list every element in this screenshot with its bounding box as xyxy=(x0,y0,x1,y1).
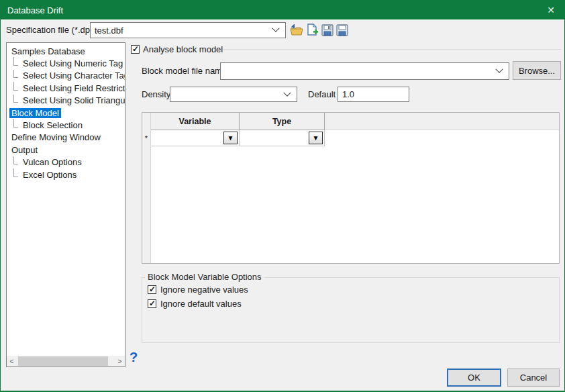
tree-item-label: Excel Options xyxy=(21,170,79,180)
ignore-default-values-label: Ignore default values xyxy=(160,299,242,309)
tree-item-label: Define Moving Window xyxy=(9,132,103,142)
settings-tree: Samples DatabaseSelect Using Numeric Tag… xyxy=(7,45,125,181)
tree-connector xyxy=(13,82,18,91)
spec-file-combobox[interactable]: test.dbf xyxy=(90,22,286,38)
tree-connector xyxy=(13,70,18,79)
tree-item-label: Block Model xyxy=(9,108,61,118)
tree-item-label: Block Selection xyxy=(21,120,85,130)
tree-item-block-selection[interactable]: Block Selection xyxy=(7,119,125,131)
chevron-down-icon xyxy=(272,25,279,32)
block-model-file-combobox[interactable] xyxy=(220,62,509,80)
column-header-variable: Variable xyxy=(151,113,240,130)
density-label: Density xyxy=(142,87,170,102)
group-divider xyxy=(223,49,561,50)
tree-item-label: Select Using Numeric Tag xyxy=(21,58,125,68)
tree-item-label: Samples Database xyxy=(9,46,87,56)
block-model-variable-options-group: Block Model Variable Options Ignore nega… xyxy=(142,277,560,343)
analyse-block-model-label: Analyse block model xyxy=(143,44,223,54)
type-cell[interactable]: ▼ xyxy=(240,130,325,146)
spec-file-value: test.dbf xyxy=(91,26,273,36)
analyse-block-model-checkbox[interactable] xyxy=(131,45,140,54)
scroll-right-icon[interactable]: > xyxy=(115,356,125,366)
new-file-icon[interactable] xyxy=(305,23,320,38)
type-dropdown-icon[interactable]: ▼ xyxy=(309,132,323,144)
block-model-file-label: Block model file name xyxy=(142,62,227,80)
ok-button[interactable]: OK xyxy=(447,369,501,387)
scrollbar-track[interactable] xyxy=(17,356,115,366)
tree-item-define-moving-window[interactable]: Define Moving Window xyxy=(7,132,125,144)
default-density-input[interactable]: 1.0 xyxy=(338,87,409,102)
tree-connector xyxy=(13,95,18,103)
tree-item-label: Select Using Character Tag xyxy=(21,70,125,81)
ignore-negative-values-label: Ignore negative values xyxy=(160,285,248,295)
new-row-marker: * xyxy=(142,130,151,146)
tree-connector xyxy=(13,57,18,66)
tree-horizontal-scrollbar[interactable]: < > xyxy=(7,356,125,366)
scroll-left-icon[interactable]: < xyxy=(7,356,17,366)
tree-connector xyxy=(13,156,18,165)
tree-item-vulcan-options[interactable]: Vulcan Options xyxy=(7,156,125,168)
tree-item-select-using-character-tag[interactable]: Select Using Character Tag xyxy=(7,70,125,82)
tree-item-select-using-numeric-tag[interactable]: Select Using Numeric Tag xyxy=(7,57,125,69)
database-drift-dialog: Database Drift ✕ Specification file (*.d… xyxy=(0,0,565,392)
save-icon[interactable] xyxy=(320,23,335,38)
window-title: Database Drift xyxy=(1,5,63,15)
tree-item-block-model[interactable]: Block Model xyxy=(7,107,125,119)
chevron-down-icon xyxy=(283,89,291,96)
default-label: Default xyxy=(308,87,336,102)
spec-file-label: Specification file (*.dpf) xyxy=(6,22,95,38)
titlebar: Database Drift ✕ xyxy=(1,1,564,19)
tree-item-select-using-solid-triangulation[interactable]: Select Using Solid Triangulation xyxy=(7,95,125,107)
cancel-button[interactable]: Cancel xyxy=(507,369,560,387)
variable-dropdown-icon[interactable]: ▼ xyxy=(223,132,238,144)
tree-item-samples-database[interactable]: Samples Database xyxy=(7,45,125,57)
close-icon[interactable]: ✕ xyxy=(537,1,564,19)
settings-tree-panel: Samples DatabaseSelect Using Numeric Tag… xyxy=(6,42,125,367)
variable-cell[interactable]: ▼ xyxy=(151,130,240,146)
tree-item-output[interactable]: Output xyxy=(7,144,125,156)
browse-button[interactable]: Browse... xyxy=(513,61,561,80)
chevron-down-icon xyxy=(495,66,503,73)
ignore-default-values-checkbox[interactable] xyxy=(148,299,156,308)
scrollbar-thumb[interactable] xyxy=(18,356,108,366)
tree-connector xyxy=(13,168,18,177)
variables-table: Variable Type * ▼ ▼ xyxy=(142,112,560,264)
tree-item-label: Select Using Solid Triangulation xyxy=(21,95,125,105)
ignore-negative-values-checkbox[interactable] xyxy=(148,285,156,294)
tree-item-excel-options[interactable]: Excel Options xyxy=(7,168,125,181)
help-icon[interactable]: ? xyxy=(130,350,138,365)
tree-item-label: Output xyxy=(9,145,40,155)
tree-connector xyxy=(13,119,18,128)
tree-item-label: Vulcan Options xyxy=(21,157,84,167)
tree-item-select-using-field-restriction[interactable]: Select Using Field Restriction xyxy=(7,82,125,94)
options-group-title: Block Model Variable Options xyxy=(145,272,264,282)
tree-item-label: Select Using Field Restriction xyxy=(21,83,125,93)
density-combobox[interactable] xyxy=(170,87,297,102)
open-folder-icon[interactable] xyxy=(289,23,304,38)
column-header-type: Type xyxy=(240,113,325,130)
save-as-icon[interactable] xyxy=(335,23,350,38)
